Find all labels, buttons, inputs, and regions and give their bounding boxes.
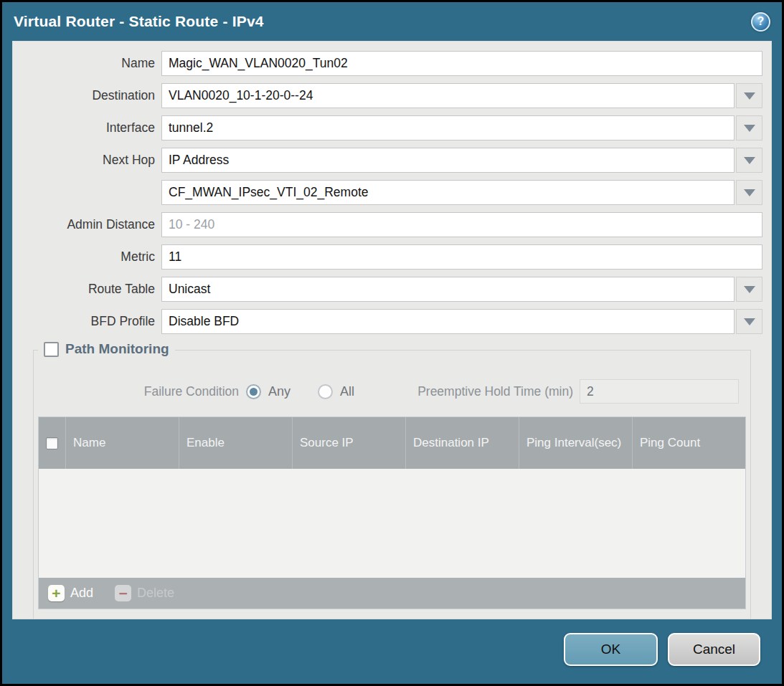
destination-label: Destination bbox=[22, 88, 161, 103]
dialog-titlebar: Virtual Router - Static Route - IPv4 ? bbox=[2, 2, 782, 38]
column-header-ping-interval[interactable]: Ping Interval(sec) bbox=[519, 417, 632, 469]
interface-dropdown-button[interactable] bbox=[736, 115, 762, 140]
metric-label: Metric bbox=[22, 249, 161, 265]
column-header-enable[interactable]: Enable bbox=[179, 417, 292, 469]
delete-button[interactable]: − Delete bbox=[115, 585, 174, 601]
bfd-profile-dropdown-button[interactable] bbox=[736, 309, 762, 334]
chevron-down-icon bbox=[744, 157, 755, 164]
cancel-button[interactable]: Cancel bbox=[668, 633, 760, 666]
name-label: Name bbox=[22, 56, 161, 71]
next-hop-address-input[interactable] bbox=[161, 180, 735, 205]
destination-input[interactable] bbox=[161, 83, 735, 108]
next-hop-row: Next Hop bbox=[22, 148, 762, 173]
help-button[interactable]: ? bbox=[751, 12, 770, 32]
chevron-down-icon bbox=[744, 189, 755, 196]
radio-unselected-icon bbox=[318, 384, 333, 399]
path-monitoring-table: Name Enable Source IP Destination IP Pin… bbox=[38, 416, 746, 609]
next-hop-label: Next Hop bbox=[22, 153, 161, 168]
failure-condition-label: Failure Condition bbox=[38, 384, 246, 399]
metric-input[interactable] bbox=[161, 244, 762, 270]
bfd-profile-input[interactable] bbox=[161, 309, 735, 334]
admin-distance-label: Admin Distance bbox=[22, 217, 161, 232]
destination-row: Destination bbox=[22, 83, 762, 108]
bfd-profile-row: BFD Profile bbox=[22, 309, 762, 334]
column-header-source-ip[interactable]: Source IP bbox=[292, 417, 405, 469]
interface-input[interactable] bbox=[161, 115, 735, 140]
path-monitoring-checkbox[interactable] bbox=[44, 342, 59, 357]
column-header-ping-count[interactable]: Ping Count bbox=[632, 417, 745, 469]
add-plus-icon: + bbox=[48, 585, 65, 601]
route-table-label: Route Table bbox=[22, 282, 161, 297]
destination-dropdown-button[interactable] bbox=[736, 83, 762, 108]
select-all-checkbox[interactable] bbox=[46, 437, 58, 449]
preemptive-hold-time-label: Preemptive Hold Time (min) bbox=[417, 384, 580, 399]
name-input[interactable] bbox=[161, 51, 762, 76]
failure-condition-any-label: Any bbox=[268, 384, 291, 399]
path-monitoring-section: Path Monitoring Failure Condition Any Al… bbox=[33, 350, 751, 619]
table-header: Name Enable Source IP Destination IP Pin… bbox=[39, 417, 745, 469]
add-button[interactable]: + Add bbox=[48, 585, 93, 601]
next-hop-address-row bbox=[22, 180, 762, 205]
admin-distance-input[interactable] bbox=[161, 212, 762, 237]
chevron-down-icon bbox=[744, 318, 755, 325]
ok-button-label: OK bbox=[601, 642, 620, 657]
add-button-label: Add bbox=[70, 586, 93, 601]
column-header-name[interactable]: Name bbox=[65, 417, 179, 469]
next-hop-type-input[interactable] bbox=[161, 148, 735, 173]
preemptive-hold-time-input[interactable] bbox=[580, 379, 739, 404]
failure-condition-any-option[interactable]: Any bbox=[246, 384, 291, 399]
bfd-profile-label: BFD Profile bbox=[22, 314, 161, 329]
cancel-button-label: Cancel bbox=[693, 642, 735, 657]
chevron-down-icon bbox=[744, 286, 755, 293]
delete-minus-icon: − bbox=[115, 585, 131, 601]
table-body-empty bbox=[39, 469, 745, 578]
ok-button[interactable]: OK bbox=[564, 633, 658, 666]
admin-distance-row: Admin Distance bbox=[22, 212, 762, 237]
route-table-input[interactable] bbox=[161, 277, 735, 302]
interface-row: Interface bbox=[22, 115, 762, 140]
radio-selected-icon bbox=[246, 384, 261, 399]
interface-label: Interface bbox=[22, 120, 161, 135]
help-icon: ? bbox=[757, 15, 765, 28]
delete-button-label: Delete bbox=[137, 586, 174, 601]
next-hop-address-dropdown-button[interactable] bbox=[736, 180, 762, 205]
route-table-dropdown-button[interactable] bbox=[736, 277, 762, 302]
failure-condition-row: Failure Condition Any All Preemptive Hol… bbox=[38, 379, 739, 404]
name-row: Name bbox=[22, 51, 762, 76]
table-footer: + Add − Delete bbox=[39, 578, 745, 609]
column-header-destination-ip[interactable]: Destination IP bbox=[405, 417, 519, 469]
dialog-title: Virtual Router - Static Route - IPv4 bbox=[14, 13, 264, 30]
next-hop-type-dropdown-button[interactable] bbox=[736, 148, 762, 173]
dialog-footer: OK Cancel bbox=[2, 619, 782, 684]
route-table-row: Route Table bbox=[22, 277, 762, 302]
failure-condition-all-label: All bbox=[340, 384, 354, 399]
chevron-down-icon bbox=[744, 92, 755, 100]
failure-condition-all-option[interactable]: All bbox=[318, 384, 354, 399]
dialog-content: Name Destination Interface bbox=[12, 41, 772, 619]
static-route-dialog: Virtual Router - Static Route - IPv4 ? N… bbox=[2, 2, 782, 684]
metric-row: Metric bbox=[22, 244, 762, 270]
header-checkbox-cell bbox=[39, 417, 65, 469]
path-monitoring-title: Path Monitoring bbox=[65, 341, 169, 357]
chevron-down-icon bbox=[744, 125, 755, 132]
